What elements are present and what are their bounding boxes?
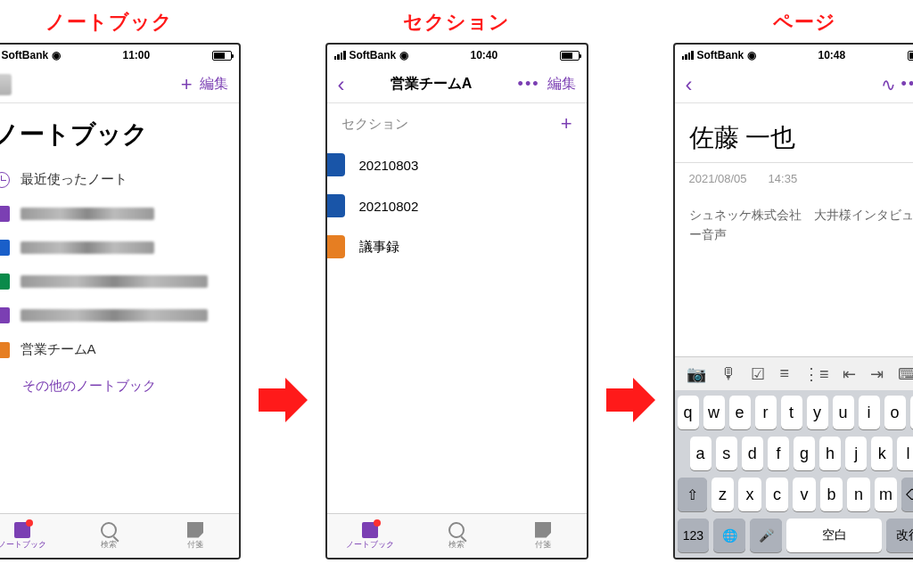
outdent-icon[interactable]: ⇤ xyxy=(843,364,856,384)
section-name: 20210802 xyxy=(359,199,419,214)
avatar[interactable] xyxy=(0,74,12,95)
key-n[interactable]: n xyxy=(847,478,870,511)
notebook-item[interactable] xyxy=(0,265,239,298)
indent-icon[interactable]: ⇥ xyxy=(870,364,884,384)
tab-search[interactable]: 検索 xyxy=(414,514,500,558)
section-name: 議事録 xyxy=(359,239,399,256)
key-o[interactable]: o xyxy=(884,396,906,429)
recent-notes-label: 最近使ったノート xyxy=(21,171,127,188)
key-v[interactable]: v xyxy=(793,478,816,511)
keyboard-row: a s d f g h j k l xyxy=(678,437,914,470)
page-body[interactable]: シュネッケ株式会社 大井様インタビュー音声 xyxy=(675,189,914,261)
edit-button[interactable]: 編集 xyxy=(200,75,228,94)
key-h[interactable]: h xyxy=(819,437,841,470)
key-space[interactable]: 空白 xyxy=(786,519,882,552)
keyboard-row: q w e r t y u i o p xyxy=(678,396,914,429)
number-list-icon[interactable]: ⋮≡ xyxy=(803,364,829,384)
notebook-item[interactable] xyxy=(0,197,239,231)
key-t[interactable]: t xyxy=(781,396,802,429)
key-r[interactable]: r xyxy=(755,396,777,429)
camera-icon[interactable]: 📷 xyxy=(687,364,706,384)
key-k[interactable]: k xyxy=(871,437,892,470)
recent-notes-row[interactable]: 最近使ったノート xyxy=(0,162,239,197)
status-time: 10:40 xyxy=(408,49,559,61)
notebook-item[interactable] xyxy=(0,298,239,332)
search-icon xyxy=(101,522,117,538)
carrier-label: SoftBank xyxy=(697,49,744,61)
key-i[interactable]: i xyxy=(859,396,880,429)
key-f[interactable]: f xyxy=(768,437,789,470)
signal-icon xyxy=(334,51,346,60)
key-g[interactable]: g xyxy=(794,437,815,470)
bullet-list-icon[interactable]: ≡ xyxy=(779,364,789,383)
key-globe[interactable]: 🌐 xyxy=(713,519,745,552)
section-color-tab xyxy=(327,194,345,217)
tab-sticky[interactable]: 付箋 xyxy=(152,514,239,558)
back-button[interactable]: ‹ xyxy=(338,74,345,95)
key-backspace[interactable]: ⌫ xyxy=(901,478,913,511)
tab-sticky[interactable]: 付箋 xyxy=(500,514,587,558)
key-m[interactable]: m xyxy=(875,478,898,511)
add-section-button[interactable]: + xyxy=(561,112,572,135)
column-label-notebook: ノートブック xyxy=(45,9,173,36)
keyboard-dismiss-icon[interactable]: ⌨ xyxy=(898,364,913,384)
notebook-tab-icon xyxy=(14,522,30,538)
other-notebooks-link[interactable]: その他のノートブック xyxy=(0,367,239,405)
nav-header: ‹ 営業チームA ••• 編集 xyxy=(327,66,587,103)
key-l[interactable]: l xyxy=(897,437,913,470)
mic-icon[interactable]: 🎙 xyxy=(720,364,736,383)
key-mic[interactable]: 🎤 xyxy=(750,519,782,552)
section-item[interactable]: 議事録 xyxy=(327,226,587,267)
key-s[interactable]: s xyxy=(716,437,737,470)
key-j[interactable]: j xyxy=(845,437,867,470)
search-icon xyxy=(448,522,465,538)
notebook-icon xyxy=(0,342,10,358)
tab-search[interactable]: 検索 xyxy=(66,514,152,558)
key-b[interactable]: b xyxy=(820,478,843,511)
notebook-item[interactable] xyxy=(0,231,239,265)
section-label: セクション xyxy=(341,116,408,133)
add-button[interactable]: + xyxy=(181,73,193,96)
tab-notebook[interactable]: ノートブック xyxy=(327,514,414,558)
keyboard: q w e r t y u i o p a s d f g h j k l xyxy=(675,390,914,558)
sticky-icon xyxy=(187,522,203,538)
notebook-icon xyxy=(0,274,10,290)
key-123[interactable]: 123 xyxy=(678,519,710,552)
key-u[interactable]: u xyxy=(833,396,854,429)
key-z[interactable]: z xyxy=(711,478,735,511)
battery-icon xyxy=(212,51,232,61)
notebook-icon xyxy=(0,240,10,256)
edit-button[interactable]: 編集 xyxy=(547,75,576,94)
page-heading: ノートブック xyxy=(0,103,239,162)
notebook-name-blurred xyxy=(21,275,208,288)
back-button[interactable]: ‹ xyxy=(686,74,693,95)
key-w[interactable]: w xyxy=(703,396,725,429)
more-button[interactable]: ••• xyxy=(518,75,540,94)
key-shift[interactable]: ⇧ xyxy=(678,478,707,511)
key-c[interactable]: c xyxy=(766,478,789,511)
key-return[interactable]: 改行 xyxy=(886,519,913,552)
checkbox-icon[interactable]: ☑ xyxy=(751,364,765,384)
notebook-item[interactable]: 営業チームA xyxy=(0,332,239,367)
tab-notebook[interactable]: ノートブック xyxy=(0,514,66,558)
column-label-page: ページ xyxy=(773,9,836,36)
column-label-section: セクション xyxy=(403,9,510,36)
page-title[interactable]: 佐藤 一也 xyxy=(675,103,914,163)
wifi-icon: ◉ xyxy=(399,49,408,61)
section-item[interactable]: 20210802 xyxy=(327,185,587,226)
draw-icon[interactable]: ∿ xyxy=(881,74,894,95)
key-q[interactable]: q xyxy=(678,396,699,429)
arrow-icon xyxy=(606,378,655,422)
key-d[interactable]: d xyxy=(742,437,763,470)
keyboard-row: 123 🌐 🎤 空白 改行 xyxy=(678,519,914,552)
status-time: 11:00 xyxy=(61,49,211,61)
key-y[interactable]: y xyxy=(807,396,828,429)
key-p[interactable]: p xyxy=(910,396,914,429)
page-time: 14:35 xyxy=(769,172,798,185)
key-x[interactable]: x xyxy=(738,478,761,511)
key-a[interactable]: a xyxy=(690,437,711,470)
key-e[interactable]: e xyxy=(729,396,751,429)
notebook-icon xyxy=(0,307,10,323)
section-item[interactable]: 20210803 xyxy=(327,144,587,185)
more-button[interactable]: ••• xyxy=(901,75,913,94)
